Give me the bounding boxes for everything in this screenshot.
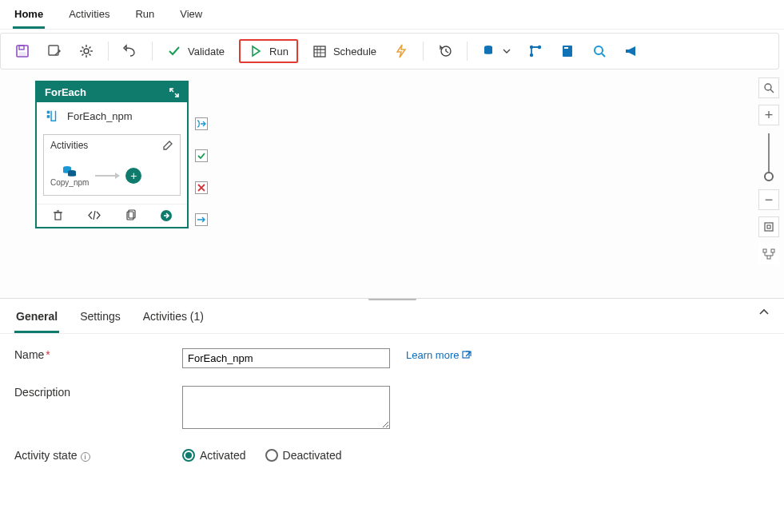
separator <box>152 42 153 61</box>
trigger-button[interactable] <box>391 42 412 60</box>
handle-completion[interactable] <box>195 213 208 226</box>
svg-line-11 <box>90 47 91 49</box>
save-as-button[interactable] <box>44 42 65 60</box>
foreach-activity-card[interactable]: ForEach ForEach_npm Activities <box>35 81 189 228</box>
announce-button[interactable] <box>621 42 642 60</box>
tab-settings[interactable]: Settings <box>78 308 122 333</box>
radio-activated[interactable]: Activated <box>182 449 246 462</box>
branch-button[interactable] <box>525 42 546 60</box>
separator <box>108 42 109 61</box>
svg-rect-40 <box>767 225 770 228</box>
card-inner-activities[interactable]: Activities Copy_npm + <box>43 134 181 196</box>
zoom-in-button[interactable]: + <box>758 105 779 125</box>
properties-panel: General Settings Activities (1) Name* Le… <box>0 300 784 532</box>
search-icon <box>592 44 607 58</box>
svg-line-12 <box>82 54 84 56</box>
card-title-row: ForEach_npm <box>37 102 187 129</box>
zoom-slider[interactable] <box>768 133 770 181</box>
svg-rect-31 <box>55 212 61 220</box>
edit-icon[interactable] <box>162 140 173 151</box>
svg-point-22 <box>530 54 533 57</box>
book-icon <box>560 44 575 58</box>
go-icon[interactable] <box>160 209 173 222</box>
tab-general[interactable]: General <box>14 308 59 333</box>
tab-home[interactable]: Home <box>13 5 45 29</box>
svg-rect-42 <box>771 249 774 252</box>
card-type-label: ForEach <box>45 86 86 98</box>
canvas-area: ForEach ForEach_npm Activities <box>0 69 784 299</box>
svg-line-10 <box>90 54 91 56</box>
pipeline-canvas[interactable]: ForEach ForEach_npm Activities <box>0 69 784 298</box>
tab-view[interactable]: View <box>178 5 204 29</box>
play-icon <box>249 44 263 58</box>
description-input[interactable] <box>182 386 390 429</box>
save-as-icon <box>47 44 62 58</box>
run-button[interactable]: Run <box>239 39 298 63</box>
settings-button[interactable] <box>76 42 97 60</box>
card-footer <box>37 204 187 227</box>
svg-rect-43 <box>767 256 770 259</box>
branch-icon <box>528 44 543 58</box>
inner-activities-label: Activities <box>50 140 88 151</box>
handle-fail[interactable] <box>195 181 208 194</box>
separator <box>467 42 468 61</box>
tab-run[interactable]: Run <box>133 5 156 29</box>
bolt-icon <box>394 44 408 58</box>
delete-icon[interactable] <box>52 209 64 222</box>
code-icon[interactable] <box>87 209 101 222</box>
layout-button[interactable] <box>758 244 779 264</box>
schedule-label: Schedule <box>333 46 376 58</box>
name-label: Name* <box>14 348 182 361</box>
separator <box>423 42 424 61</box>
schedule-button[interactable]: Schedule <box>309 42 380 60</box>
validate-button[interactable]: Validate <box>164 42 228 60</box>
history-button[interactable] <box>435 42 456 60</box>
zoom-out-button[interactable]: − <box>758 189 779 210</box>
run-label: Run <box>269 46 289 58</box>
undo-button[interactable] <box>120 42 141 60</box>
learn-more-link[interactable]: Learn more <box>406 349 472 361</box>
copy-icon[interactable] <box>125 209 137 222</box>
card-header[interactable]: ForEach <box>37 82 187 102</box>
fit-button[interactable] <box>758 216 779 237</box>
expand-icon[interactable] <box>169 88 179 97</box>
search-button[interactable] <box>589 42 610 60</box>
connector-handles <box>195 117 208 226</box>
datastore-button[interactable] <box>479 42 514 60</box>
panel-tabs: General Settings Activities (1) <box>0 300 784 334</box>
inner-flow: Copy_npm + <box>50 164 173 187</box>
svg-point-4 <box>84 49 89 54</box>
check-icon <box>167 44 181 58</box>
collapse-panel-button[interactable] <box>758 308 770 316</box>
canvas-tools: + − <box>758 77 779 264</box>
handle-success[interactable] <box>195 149 208 162</box>
library-button[interactable] <box>557 42 578 60</box>
svg-line-38 <box>770 89 774 93</box>
foreach-icon <box>45 109 59 123</box>
svg-rect-24 <box>564 47 568 49</box>
svg-rect-41 <box>763 249 766 252</box>
svg-rect-2 <box>19 52 26 56</box>
radio-deactivated[interactable]: Deactivated <box>265 449 342 462</box>
chevron-down-icon <box>503 44 511 58</box>
name-input[interactable] <box>182 348 390 368</box>
find-button[interactable] <box>758 77 779 98</box>
general-form: Name* Learn more Description Activity st… <box>0 334 784 476</box>
handle-skip[interactable] <box>195 117 208 130</box>
activity-state-label: Activity statei <box>14 449 182 462</box>
zoom-thumb[interactable] <box>764 172 774 181</box>
tab-activities[interactable]: Activities <box>67 5 111 29</box>
toolbar: Validate Run Schedule <box>0 33 779 69</box>
svg-point-37 <box>765 84 771 90</box>
gear-icon <box>79 44 94 58</box>
tab-activities-count[interactable]: Activities (1) <box>141 308 205 333</box>
add-activity-button[interactable]: + <box>125 168 141 184</box>
svg-point-20 <box>530 46 533 49</box>
copy-activity-icon[interactable] <box>62 164 78 178</box>
save-button[interactable] <box>12 42 33 60</box>
info-icon[interactable]: i <box>81 452 90 462</box>
svg-line-9 <box>82 47 84 49</box>
validate-label: Validate <box>188 46 225 58</box>
svg-line-26 <box>602 54 605 57</box>
svg-point-25 <box>595 46 603 54</box>
